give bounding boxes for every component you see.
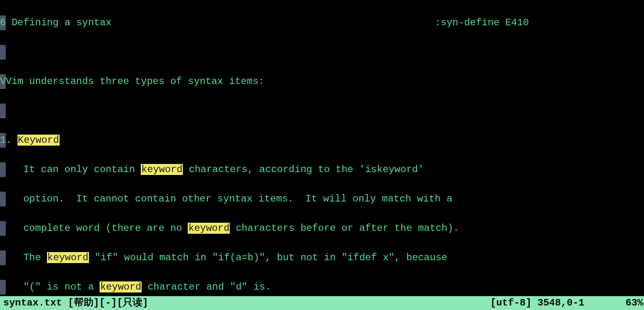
item1-l2: option. It cannot contain other syntax i… bbox=[0, 192, 644, 206]
item1-l5: "(" is not a keyword character and "d" i… bbox=[0, 280, 644, 294]
highlight-keyword: keyword bbox=[188, 223, 230, 234]
intro-line: VVim understands three types of syntax i… bbox=[0, 74, 644, 89]
blank-line bbox=[0, 104, 644, 118]
intro-text: Vim understands three types of syntax it… bbox=[0, 76, 264, 87]
status-filename: syntax.txt [帮助][-][只读] bbox=[3, 296, 148, 310]
highlight-keyword: Keyword bbox=[18, 135, 60, 146]
blank-line bbox=[0, 45, 644, 60]
highlight-keyword: keyword bbox=[47, 252, 89, 263]
highlight-keyword: keyword bbox=[100, 281, 142, 292]
heading-text: Defining a syntax bbox=[6, 17, 111, 28]
status-position: [utf-8] 3548,0-1 63% bbox=[491, 296, 643, 310]
item1-l4: The keyword "if" would match in "if(a=b)… bbox=[0, 250, 644, 265]
heading-line: 6 Defining a syntax :syn-define E410 bbox=[0, 16, 644, 30]
vim-help-buffer[interactable]: 6 Defining a syntax :syn-define E410 VVi… bbox=[0, 0, 644, 310]
item1-l1: It can only contain keyword characters, … bbox=[0, 162, 644, 177]
highlight-keyword: keyword bbox=[141, 164, 183, 175]
vim-statusline: syntax.txt [帮助][-][只读] [utf-8] 3548,0-1 … bbox=[0, 296, 644, 310]
heading-tag: :syn-define E410 bbox=[435, 17, 529, 28]
item1-l3: complete word (there are no keyword char… bbox=[0, 221, 644, 236]
item1-title: 1. Keyword bbox=[0, 133, 644, 148]
